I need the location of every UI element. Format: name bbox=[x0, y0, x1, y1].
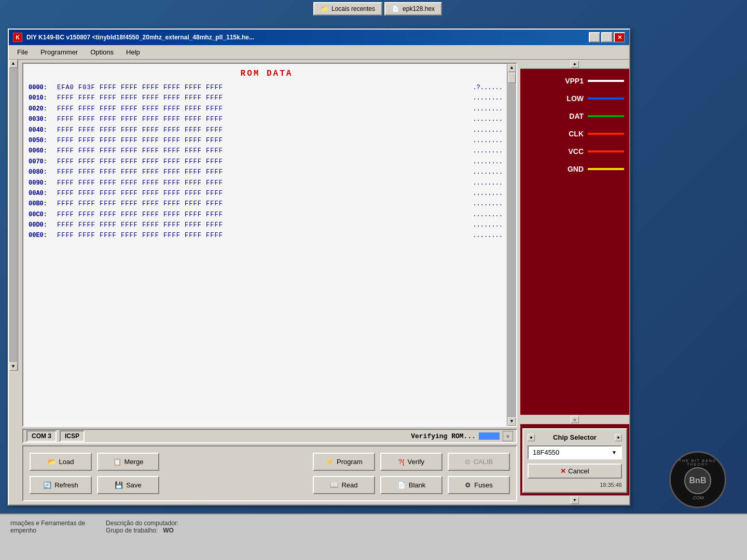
rom-scroll-down[interactable]: ▼ bbox=[508, 417, 516, 426]
vcc-line bbox=[588, 150, 624, 152]
rom-address: 00C0: bbox=[29, 209, 57, 220]
dropdown-arrow: ▼ bbox=[612, 450, 617, 455]
vcc-indicator: VCC bbox=[525, 147, 624, 156]
rom-ascii: ........ bbox=[458, 209, 505, 220]
clk-indicator: CLK bbox=[525, 130, 624, 138]
rom-address: 0080: bbox=[29, 167, 57, 177]
taskbar-tab-epk[interactable]: 📄 epk128.hex bbox=[384, 2, 442, 16]
blank-icon: 📄 bbox=[397, 481, 406, 489]
rom-row: 0000:EFA0 F03F FFFF FFFF FFFF FFFF FFFF … bbox=[29, 82, 505, 93]
close-button[interactable]: ✕ bbox=[614, 32, 625, 43]
menu-help[interactable]: Help bbox=[121, 47, 145, 58]
menu-bar: File Programmer Options Help bbox=[9, 45, 629, 60]
rom-hex: FFFF FFFF FFFF FFFF FFFF FFFF FFFF FFFF bbox=[57, 104, 458, 114]
chip-dropdown[interactable]: 18F4550 ▼ bbox=[528, 445, 622, 459]
refresh-button[interactable]: 🔄 Refresh bbox=[30, 476, 92, 494]
taskbar-tab-recent[interactable]: 📁 Locais recentes bbox=[313, 2, 382, 16]
rom-hex: FFFF FFFF FFFF FFFF FFFF FFFF FFFF FFFF bbox=[57, 157, 458, 167]
rom-ascii: ........ bbox=[458, 146, 505, 156]
rom-ascii: ........ bbox=[458, 220, 505, 230]
rom-address: 00B0: bbox=[29, 199, 57, 209]
rom-ascii: ........ bbox=[458, 199, 505, 209]
rom-scroll-up[interactable]: ▲ bbox=[508, 64, 516, 72]
rom-row: 00B0:FFFF FFFF FFFF FFFF FFFF FFFF FFFF … bbox=[29, 199, 505, 209]
rom-row: 0050:FFFF FFFF FFFF FFFF FFFF FFFF FFFF … bbox=[29, 135, 505, 146]
minimize-button[interactable]: _ bbox=[589, 32, 600, 43]
load-button[interactable]: 📂 Load bbox=[30, 453, 92, 471]
fuses-button[interactable]: ⚙ Fuses bbox=[448, 476, 510, 494]
rom-hex: FFFF FFFF FFFF FFFF FFFF FFFF FFFF FFFF bbox=[57, 188, 458, 199]
maximize-button[interactable]: □ bbox=[601, 32, 613, 43]
left-scroll-down[interactable]: ▼ bbox=[9, 362, 18, 371]
main-window: K DIY K149-BC v150807 <tinybld18f4550_20… bbox=[8, 29, 630, 506]
menu-programmer[interactable]: Programmer bbox=[35, 47, 83, 58]
panel-scroll-btn3[interactable]: ◆ bbox=[615, 434, 622, 441]
rom-address: 0090: bbox=[29, 178, 57, 188]
rom-hex: FFFF FFFF FFFF FFFF FFFF FFFF FFFF FFFF bbox=[57, 178, 458, 188]
program-button[interactable]: ⚡ Program bbox=[313, 453, 375, 471]
gnd-label: GND bbox=[568, 165, 584, 173]
icsp-indicator: ICSP bbox=[60, 430, 85, 442]
rom-ascii: ........ bbox=[458, 167, 505, 177]
rom-hex: FFFF FFFF FFFF FFFF FFFF FFFF FFFF FFFF bbox=[57, 220, 458, 230]
rom-address: 0000: bbox=[29, 82, 57, 93]
rom-ascii: ........ bbox=[458, 157, 505, 167]
chip-selector-title: Chip Selector bbox=[553, 433, 597, 441]
save-button[interactable]: 💾 Save bbox=[97, 476, 159, 494]
rom-hex: FFFF FFFF FFFF FFFF FFFF FFFF FFFF FFFF bbox=[57, 209, 458, 220]
vpp1-line bbox=[588, 80, 624, 82]
left-text: rmações e Ferramentas de empenho bbox=[10, 520, 85, 534]
rom-address: 0020: bbox=[29, 104, 57, 114]
button-area: 📂 Load 📋 Merge ⚡ Program ?{ Verify bbox=[22, 445, 517, 501]
rom-ascii: .?...... bbox=[458, 82, 505, 93]
menu-file[interactable]: File bbox=[12, 47, 33, 58]
rom-hex: FFFF FFFF FFFF FFFF FFFF FFFF FFFF FFFF bbox=[57, 230, 458, 241]
gnd-line bbox=[588, 168, 624, 170]
cancel-icon: ✕ bbox=[560, 467, 566, 475]
rom-hex: FFFF FFFF FFFF FFFF FFFF FFFF FFFF FFFF bbox=[57, 135, 458, 146]
rom-address: 0010: bbox=[29, 93, 57, 103]
verify-button[interactable]: ?{ Verify bbox=[380, 453, 442, 471]
recent-tab-label: Locais recentes bbox=[331, 5, 375, 12]
clk-label: CLK bbox=[569, 130, 584, 138]
load-icon: 📂 bbox=[48, 458, 56, 466]
watermark: THE BIT BANG THEORY BnB .COM bbox=[669, 451, 726, 508]
panel-scroll-btn2[interactable]: ◆ bbox=[528, 434, 535, 441]
rom-row: 00C0:FFFF FFFF FFFF FFFF FFFF FFFF FFFF … bbox=[29, 209, 505, 220]
rom-address: 00E0: bbox=[29, 230, 57, 241]
vpp1-indicator: VPP1 bbox=[525, 77, 624, 85]
panel-mid-scroll[interactable]: ◇ bbox=[571, 416, 579, 423]
read-button[interactable]: 📖 Read bbox=[313, 476, 375, 494]
dat-label: DAT bbox=[569, 112, 584, 120]
calib-button[interactable]: ⊙ CALIB bbox=[448, 453, 510, 471]
rom-ascii: ........ bbox=[458, 114, 505, 124]
rom-row: 0070:FFFF FFFF FFFF FFFF FFFF FFFF FFFF … bbox=[29, 157, 505, 167]
left-scroll-up[interactable]: ▲ bbox=[9, 60, 18, 68]
merge-button[interactable]: 📋 Merge bbox=[97, 453, 159, 471]
merge-icon: 📋 bbox=[113, 458, 121, 466]
save-icon: 💾 bbox=[115, 481, 123, 489]
rom-hex: FFFF FFFF FFFF FFFF FFFF FFFF FFFF FFFF bbox=[57, 146, 458, 156]
panel-scroll-down[interactable]: ▼ bbox=[571, 497, 579, 504]
calib-icon: ⊙ bbox=[465, 458, 471, 466]
rom-row: 0030:FFFF FFFF FFFF FFFF FFFF FFFF FFFF … bbox=[29, 114, 505, 124]
blank-button[interactable]: 📄 Blank bbox=[380, 476, 442, 494]
rom-row: 0010:FFFF FFFF FFFF FFFF FFFF FFFF FFFF … bbox=[29, 93, 505, 103]
rom-ascii: ........ bbox=[458, 104, 505, 114]
menu-options[interactable]: Options bbox=[85, 47, 119, 58]
dat-line bbox=[588, 115, 624, 117]
refresh-icon: 🔄 bbox=[43, 481, 51, 489]
rom-address: 0040: bbox=[29, 125, 57, 135]
title-bar: K DIY K149-BC v150807 <tinybld18f4550_20… bbox=[9, 30, 629, 45]
rom-address: 0050: bbox=[29, 135, 57, 146]
rom-row: 0090:FFFF FFFF FFFF FFFF FFFF FFFF FFFF … bbox=[29, 178, 505, 188]
com-port-indicator: COM 3 bbox=[26, 430, 57, 442]
timestamp: 18:35:46 bbox=[528, 482, 622, 488]
rom-ascii: ........ bbox=[458, 93, 505, 103]
rom-row: 0080:FFFF FFFF FFFF FFFF FFFF FFFF FFFF … bbox=[29, 167, 505, 177]
panel-scroll-up[interactable]: ◆ bbox=[571, 61, 579, 68]
rom-ascii: ........ bbox=[458, 125, 505, 135]
low-line bbox=[588, 97, 624, 100]
cancel-button[interactable]: ✕ Cancel bbox=[528, 464, 622, 479]
program-icon: ⚡ bbox=[325, 458, 334, 466]
